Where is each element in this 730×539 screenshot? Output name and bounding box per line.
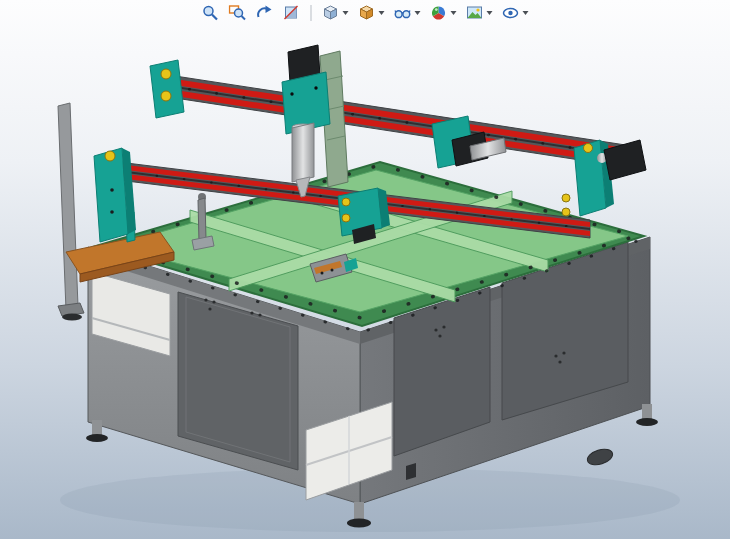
gantry-column-right[interactable] — [562, 140, 646, 216]
sensor-probe[interactable] — [198, 198, 206, 242]
section-view-button[interactable] — [281, 2, 303, 24]
spindle-body[interactable] — [292, 123, 314, 182]
rail-end-cap — [562, 194, 570, 202]
apply-scene-button[interactable] — [464, 2, 495, 24]
hide-show-items-button[interactable] — [392, 2, 423, 24]
previous-view-icon — [256, 4, 274, 22]
z-axis-spindle-assembly[interactable] — [282, 45, 348, 197]
view-orientation-button[interactable] — [320, 2, 351, 24]
rail-end-cap — [562, 208, 570, 216]
view-orientation-cube-icon — [322, 4, 340, 22]
zoom-to-fit-button[interactable] — [200, 2, 222, 24]
heads-up-view-toolbar — [200, 2, 531, 24]
dropdown-caret-icon — [451, 11, 457, 15]
gantry-column-left[interactable] — [94, 148, 136, 242]
appearance-sphere-icon — [430, 4, 448, 22]
previous-view-button[interactable] — [254, 2, 276, 24]
zoom-to-fit-icon — [202, 4, 220, 22]
rail-end-cap — [342, 198, 350, 206]
rail-end-cap — [584, 144, 593, 153]
apply-scene-icon — [466, 4, 484, 22]
zoom-to-area-button[interactable] — [227, 2, 249, 24]
rail-end-cap — [342, 214, 350, 222]
view-settings-eye-icon — [502, 4, 520, 22]
gantry-bridge-back[interactable] — [150, 60, 632, 168]
linear-rail-red — [162, 77, 632, 155]
cable-hole — [586, 447, 615, 468]
display-style-button[interactable] — [356, 2, 387, 24]
dropdown-caret-icon — [343, 11, 349, 15]
zoom-to-area-icon — [229, 4, 247, 22]
toolbar-separator — [311, 5, 312, 21]
view-settings-button[interactable] — [500, 2, 531, 24]
3d-viewport[interactable] — [0, 0, 730, 539]
dropdown-caret-icon — [379, 11, 385, 15]
rail-end-cap — [161, 69, 171, 79]
hide-show-glasses-icon — [394, 4, 412, 22]
dropdown-caret-icon — [415, 11, 421, 15]
left-support-post[interactable] — [58, 103, 84, 321]
rail-end-cap — [105, 151, 115, 161]
linear-rail-red — [162, 88, 632, 166]
display-style-cube-icon — [358, 4, 376, 22]
edit-appearance-button[interactable] — [428, 2, 459, 24]
section-view-icon — [283, 4, 301, 22]
dropdown-caret-icon — [487, 11, 493, 15]
dropdown-caret-icon — [523, 11, 529, 15]
cad-model-cnc-gantry-machine — [0, 0, 730, 539]
rail-end-cap — [161, 91, 171, 101]
